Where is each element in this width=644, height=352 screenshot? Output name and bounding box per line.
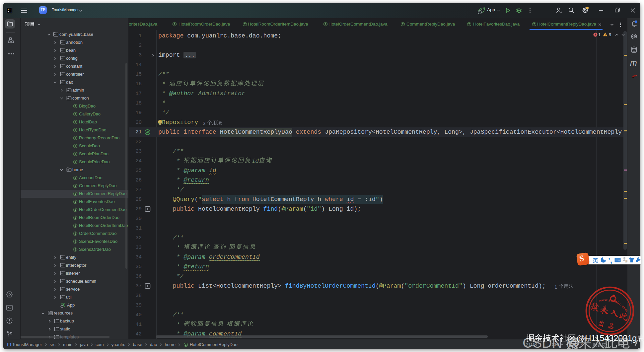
svg-text:@H115432031g: @H115432031g <box>576 333 637 343</box>
svg-text:11: 11 <box>625 260 627 262</box>
